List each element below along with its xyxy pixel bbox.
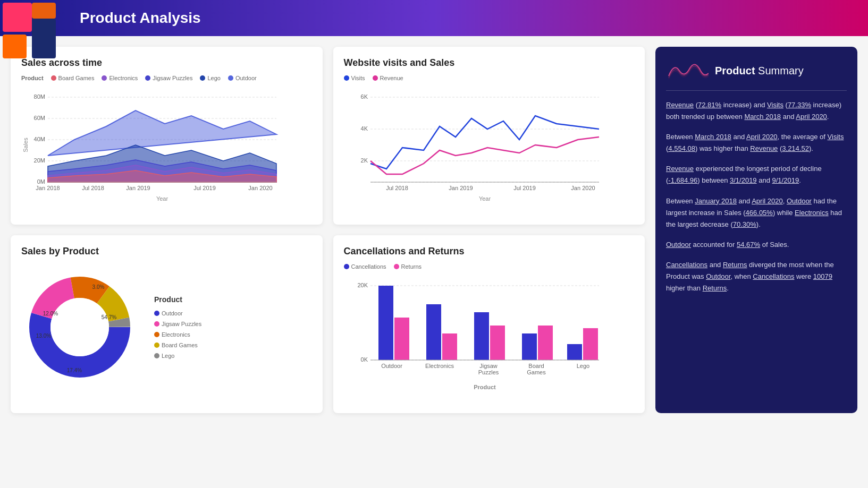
svg-rect-54 bbox=[442, 333, 457, 360]
legend-product-label: Product bbox=[21, 75, 44, 81]
svg-text:Jigsaw: Jigsaw bbox=[479, 363, 498, 369]
website-visits-title: Website visits and Sales bbox=[344, 57, 635, 69]
logo-area bbox=[0, 0, 58, 64]
legend-jigsaw: Jigsaw Puzzles bbox=[145, 75, 192, 81]
sales-across-time-chart: 80M 60M 40M 20M 0M Sales Jan 201 bbox=[21, 87, 282, 214]
logo-square-1 bbox=[3, 3, 32, 32]
main-content: Sales across time Product Board Games El… bbox=[0, 36, 868, 424]
sales-legend: Product Board Games Electronics Jigsaw P… bbox=[21, 75, 312, 81]
cancellations-chart: 20K 0K Outdoor El bbox=[344, 275, 604, 403]
product-legend-title: Product bbox=[154, 295, 201, 304]
legend-electronics: Electronics bbox=[102, 75, 138, 81]
svg-text:3.0%: 3.0% bbox=[92, 284, 105, 290]
svg-text:Jul 2019: Jul 2019 bbox=[193, 185, 216, 191]
sales-across-time-section: Sales across time Product Board Games El… bbox=[11, 47, 323, 225]
legend-jigsaw-donut: Jigsaw Puzzles bbox=[154, 321, 201, 327]
product-legend: Product Outdoor Jigsaw Puzzles Electroni… bbox=[154, 295, 201, 359]
svg-text:Sales: Sales bbox=[22, 138, 29, 152]
svg-rect-58 bbox=[538, 326, 553, 360]
summary-p5: Outdoor accounted for 54.67% of Sales. bbox=[666, 239, 847, 251]
legend-boardgames-donut: Board Games bbox=[154, 342, 201, 348]
svg-text:40M: 40M bbox=[34, 136, 45, 142]
summary-p6: Cancellations and Returns diverged the m… bbox=[666, 259, 847, 294]
svg-rect-57 bbox=[522, 333, 537, 360]
svg-text:Year: Year bbox=[478, 195, 491, 202]
svg-point-41 bbox=[50, 298, 109, 356]
svg-text:Puzzles: Puzzles bbox=[478, 369, 499, 375]
legend-lego: Lego bbox=[200, 75, 220, 81]
svg-text:Jan 2019: Jan 2019 bbox=[449, 185, 473, 191]
summary-panel: Product Summary Revenue (72.81% increase… bbox=[655, 47, 857, 413]
svg-rect-52 bbox=[394, 318, 409, 360]
cancellations-returns-title: Cancellations and Returns bbox=[344, 246, 635, 257]
wave-decoration-icon bbox=[666, 57, 709, 84]
legend-electronics-donut: Electronics bbox=[154, 331, 201, 338]
svg-rect-51 bbox=[378, 286, 393, 360]
charts-area: Sales across time Product Board Games El… bbox=[11, 47, 645, 413]
svg-text:2K: 2K bbox=[360, 157, 368, 164]
svg-text:Jan 2019: Jan 2019 bbox=[126, 185, 150, 191]
svg-text:17.4%: 17.4% bbox=[67, 367, 82, 373]
header: Product Analysis bbox=[0, 0, 868, 36]
svg-text:Lego: Lego bbox=[576, 363, 589, 369]
svg-text:Jul 2018: Jul 2018 bbox=[386, 185, 408, 191]
svg-text:0M: 0M bbox=[37, 178, 45, 185]
svg-rect-55 bbox=[474, 312, 489, 360]
donut-area: 54.7% 17.4% 13.0% 12.0% 3.0% Product Out… bbox=[21, 263, 312, 391]
svg-text:Year: Year bbox=[156, 195, 168, 202]
svg-rect-53 bbox=[426, 304, 441, 360]
svg-rect-59 bbox=[567, 344, 582, 360]
svg-text:13.0%: 13.0% bbox=[36, 333, 51, 339]
cancellations-legend: Cancellations Returns bbox=[344, 263, 635, 270]
summary-p1: Revenue (72.81% increase) and Visits (77… bbox=[666, 99, 847, 123]
svg-rect-60 bbox=[583, 328, 598, 360]
svg-text:Outdoor: Outdoor bbox=[381, 363, 402, 369]
svg-text:0K: 0K bbox=[360, 356, 368, 363]
summary-p3: Revenue experienced the longest period o… bbox=[666, 163, 847, 186]
summary-title-bold: Product bbox=[715, 65, 755, 76]
sales-by-product-title: Sales by Product bbox=[21, 246, 312, 257]
website-visits-chart: 6K 4K 2K Jul 2018 Jan 2019 Jul 2019 Jan … bbox=[344, 87, 604, 214]
svg-text:80M: 80M bbox=[34, 93, 45, 100]
svg-text:Jul 2019: Jul 2019 bbox=[513, 185, 536, 191]
summary-header: Product Summary bbox=[666, 57, 847, 91]
svg-text:20M: 20M bbox=[34, 157, 45, 164]
cancellations-returns-section: Cancellations and Returns Cancellations … bbox=[333, 235, 645, 413]
svg-text:Jan 2018: Jan 2018 bbox=[36, 185, 60, 191]
summary-content[interactable]: Revenue (72.81% increase) and Visits (77… bbox=[666, 99, 847, 303]
svg-text:6K: 6K bbox=[360, 93, 368, 100]
summary-p4: Between January 2018 and April 2020, Out… bbox=[666, 195, 847, 230]
svg-text:54.7%: 54.7% bbox=[102, 314, 116, 320]
legend-lego-donut: Lego bbox=[154, 353, 201, 359]
donut-chart: 54.7% 17.4% 13.0% 12.0% 3.0% bbox=[21, 269, 138, 386]
svg-text:Jan 2020: Jan 2020 bbox=[248, 185, 272, 191]
sales-across-time-title: Sales across time bbox=[21, 57, 312, 69]
visits-legend: Visits Revenue bbox=[344, 75, 635, 81]
svg-text:20K: 20K bbox=[357, 282, 368, 288]
svg-rect-56 bbox=[490, 326, 505, 360]
summary-p2: Between March 2018 and April 2020, the a… bbox=[666, 131, 847, 155]
sales-by-product-section: Sales by Product bbox=[11, 235, 323, 413]
svg-text:Games: Games bbox=[527, 369, 546, 375]
page-title: Product Analysis bbox=[80, 10, 201, 27]
logo-square-3 bbox=[3, 35, 27, 58]
svg-text:4K: 4K bbox=[360, 125, 368, 132]
summary-title-rest: Summary bbox=[755, 65, 804, 76]
legend-outdoor-donut: Outdoor bbox=[154, 310, 201, 316]
svg-text:12.0%: 12.0% bbox=[43, 311, 58, 316]
svg-text:Jul 2018: Jul 2018 bbox=[82, 185, 104, 191]
svg-text:Board: Board bbox=[528, 363, 544, 369]
svg-text:60M: 60M bbox=[34, 115, 45, 121]
logo-square-2 bbox=[32, 3, 56, 19]
summary-title: Product Summary bbox=[715, 65, 804, 77]
svg-text:Product: Product bbox=[474, 384, 496, 390]
svg-marker-11 bbox=[48, 110, 276, 156]
svg-text:Electronics: Electronics bbox=[425, 363, 454, 369]
legend-outdoor: Outdoor bbox=[228, 75, 257, 81]
legend-board-games: Board Games bbox=[51, 75, 95, 81]
website-visits-section: Website visits and Sales Visits Revenue … bbox=[333, 47, 645, 225]
svg-text:Jan 2020: Jan 2020 bbox=[571, 185, 595, 191]
logo-square-4 bbox=[32, 19, 56, 58]
